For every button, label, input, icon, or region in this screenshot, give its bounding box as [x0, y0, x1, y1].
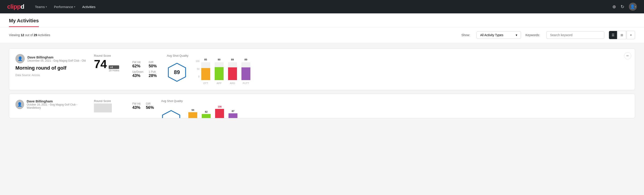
holes-label: 18 Holes	[109, 69, 119, 72]
navbar-actions: ⊕ ↻ 👤 ▾	[612, 3, 637, 11]
user-date: December 05, 2021 - Gog Magog Golf Club …	[28, 59, 86, 62]
score-badge-wrap: +4 18 Holes	[109, 65, 119, 72]
card-2-stat-grid: FW Hit 43% GIR 56%	[132, 102, 154, 110]
compact-view-button[interactable]: ≡	[626, 31, 635, 39]
user-2-name: Dave Billingham	[27, 99, 87, 103]
user-row: 👤 Dave Billingham December 05, 2021 - Go…	[16, 54, 87, 63]
stat-grid: FW Hit 62% GIR 50% Up/Down 43% 1 Putt 28…	[132, 61, 160, 78]
bar-2-putt: 87 PUTT	[228, 110, 238, 118]
gir-cell: GIR 50%	[148, 61, 160, 68]
nav-performance[interactable]: Performance ▾	[54, 4, 75, 10]
user-2-row: 👤 Dave Billingham October 16, 2021 - Gog…	[16, 99, 87, 109]
bar-ott-fill	[201, 68, 210, 80]
user-avatar[interactable]: 👤 ▾	[629, 3, 637, 11]
round-score-value-row: 74 +4 18 Holes	[94, 58, 125, 72]
avatar: 👤	[16, 54, 25, 63]
refresh-icon[interactable]: ↻	[620, 4, 624, 9]
navbar: clippd Teams ▾ Performance ▾ Activities …	[0, 0, 644, 14]
shot-quality-section: Avg Shot Quality 89 100 50	[167, 54, 628, 84]
card-2-gir-label: GIR	[146, 102, 154, 105]
round-score-number: 74	[94, 58, 107, 70]
page-header: My Activities	[0, 14, 644, 27]
bar-2-putt-top: 87	[232, 110, 234, 112]
fw-hit-value: 62%	[132, 64, 143, 68]
user-2-info: Dave Billingham October 16, 2021 - Gog M…	[27, 99, 87, 109]
nav-activities[interactable]: Activities	[82, 4, 96, 10]
search-input[interactable]	[546, 31, 604, 39]
bar-2-arg-top: 106	[218, 105, 222, 108]
bar-arg-xlabel: ARG	[230, 82, 235, 84]
nav-performance-label: Performance	[54, 5, 73, 9]
card-2-left: 👤 Dave Billingham October 16, 2021 - Gog…	[16, 99, 87, 111]
bar-putt-wrap: 89	[242, 62, 250, 80]
updown-value: 43%	[132, 74, 143, 78]
nav-teams[interactable]: Teams ▾	[35, 4, 47, 10]
avatar-2: 👤	[16, 100, 24, 109]
bar-ott-xlabel: OTT	[203, 82, 208, 84]
round-score-label: Round Score	[94, 54, 125, 57]
gir-value: 50%	[148, 64, 160, 68]
show-label: Show:	[462, 33, 470, 37]
list-view-button[interactable]: ☰	[609, 31, 617, 39]
card-2-quality: Avg Shot Quality 94 OTT 82	[161, 99, 628, 118]
bar-arg: 89 ARG	[228, 62, 237, 84]
keywords-label: Keywords:	[526, 33, 540, 37]
activity-type-value: All Activity Types	[480, 33, 504, 37]
grid-view-button[interactable]: ⊞	[618, 31, 626, 39]
add-icon[interactable]: ⊕	[612, 4, 616, 9]
card-2-quality-inner: 94 OTT 82 APP 106 ARG 8	[161, 105, 628, 118]
teams-chevron-icon: ▾	[46, 6, 47, 8]
hexagon-container: 89	[167, 62, 187, 82]
bar-2-ott-top: 94	[192, 109, 194, 111]
bar-arg-wrap: 89	[228, 62, 237, 80]
edit-button[interactable]: ✏	[624, 52, 631, 59]
bars-group: 85 OTT 90 APP	[201, 62, 250, 84]
card-2-quality-label: Avg Shot Quality	[161, 99, 628, 103]
card-left: 👤 Dave Billingham December 05, 2021 - Go…	[16, 54, 87, 77]
hexagon-2-svg	[161, 110, 181, 118]
bar-app-label: 90	[215, 58, 224, 61]
bar-chart-inner: 100 50 0 85 OTT	[194, 60, 628, 84]
one-putt-value: 28%	[148, 74, 160, 78]
bar-ott-label: 85	[201, 58, 210, 61]
avatar-chevron-icon: ▾	[635, 6, 636, 8]
bar-chart-2: 94 OTT 82 APP 106 ARG 8	[186, 105, 628, 118]
bar-2-arg-fill	[215, 109, 224, 118]
bar-app-fill	[215, 67, 224, 80]
card-2-gir-cell: GIR 56%	[146, 102, 154, 110]
activity-type-chevron-icon: ▾	[516, 33, 517, 37]
bar-arg-label: 89	[228, 58, 237, 61]
avatar-2-icon: 👤	[17, 102, 22, 107]
card-2-fw-label: FW Hit	[132, 102, 140, 105]
bar-2-app-top: 82	[205, 110, 208, 113]
bar-putt-xlabel: PUTT	[242, 82, 249, 84]
card-2-round-score: Round Score	[94, 99, 125, 112]
shot-quality-score: 89	[174, 69, 180, 76]
avatar-icon: 👤	[630, 4, 635, 9]
avatar-person-icon: 👤	[18, 56, 22, 61]
card-2-fw-cell: FW Hit 43%	[132, 102, 140, 110]
bar-ott-wrap: 85	[201, 62, 210, 80]
bar-app: 90 APP	[215, 62, 224, 84]
activities-list: ✏ 👤 Dave Billingham December 05, 2021 - …	[0, 43, 644, 124]
viewing-suffix: Activities	[38, 33, 50, 37]
nav-activities-label: Activities	[82, 5, 96, 9]
hexagon-2-container	[161, 110, 181, 118]
viewing-count: 12	[21, 33, 24, 37]
round-score-section: Round Score 74 +4 18 Holes	[94, 54, 125, 72]
card-2-score-placeholder	[94, 104, 112, 112]
bar-2-app: 82 APP	[202, 110, 211, 118]
viewing-count-text: Viewing 12 out of 29 Activities	[9, 33, 50, 37]
y-100: 100	[194, 60, 200, 62]
logo[interactable]: clippd	[7, 3, 24, 10]
viewing-prefix: Viewing	[9, 33, 21, 37]
updown-cell: Up/Down 43%	[132, 70, 143, 78]
viewing-middle: out of	[25, 33, 34, 37]
svg-marker-1	[163, 110, 180, 118]
bar-app-xlabel: APP	[217, 82, 222, 84]
bar-app-wrap: 90	[215, 62, 224, 80]
activity-type-select[interactable]: All Activity Types ▾	[476, 31, 521, 39]
updown-label: Up/Down	[132, 70, 143, 74]
one-putt-cell: 1 Putt 28%	[148, 70, 160, 78]
y-0: 0	[194, 76, 200, 78]
